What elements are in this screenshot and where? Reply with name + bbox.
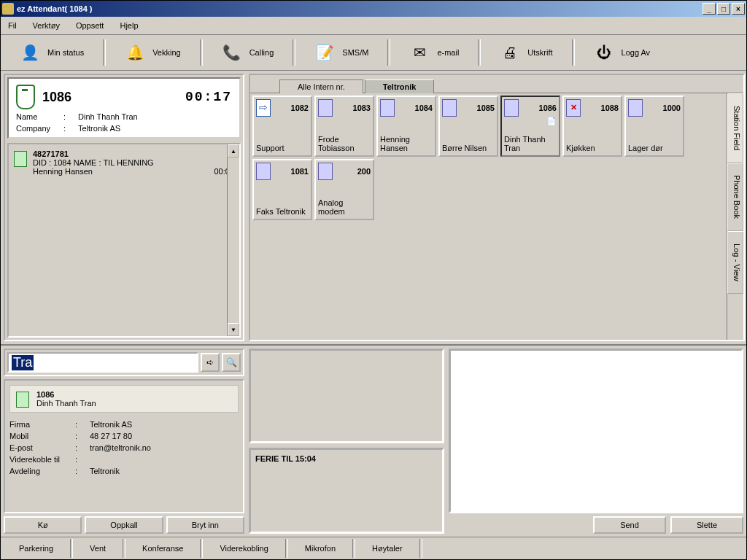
search-input[interactable]: Tra bbox=[7, 352, 198, 373]
ko-button[interactable]: Kø bbox=[4, 516, 82, 534]
tool-logg-av[interactable]: ⏻Logg Av bbox=[578, 38, 667, 67]
station-icon bbox=[442, 99, 457, 117]
main-area: 1086 00:17 Name:Dinh Thanh Tran Company:… bbox=[1, 71, 746, 344]
oppkall-button[interactable]: Oppkall bbox=[85, 516, 163, 534]
active-call-company: Teltronik AS bbox=[78, 124, 120, 133]
go-button[interactable]: ➪ bbox=[201, 353, 220, 372]
close-button[interactable]: × bbox=[732, 3, 745, 15]
station-ext: 1085 bbox=[477, 104, 495, 112]
station-ext: 1088 bbox=[601, 104, 619, 112]
station-icon bbox=[256, 99, 271, 117]
station-panel: Alle Intern nr. Teltronik 1082Support108… bbox=[249, 74, 745, 341]
center-bottom: FERIE TIL 15:04 bbox=[249, 349, 444, 534]
toolbar: 👤Min status 🔔Vekking 📞Calling 📝SMS/M ✉e-… bbox=[1, 35, 746, 71]
station-1081[interactable]: 1081Faks Teltronik bbox=[252, 159, 312, 220]
tool-utskrift[interactable]: 🖨Utskrift bbox=[484, 38, 568, 67]
station-grid: 1082Support1083Frode Tobiasson1084Hennin… bbox=[250, 93, 727, 340]
detail-value: Teltronik AS bbox=[90, 420, 132, 429]
detail-value: 48 27 17 80 bbox=[90, 432, 132, 440]
station-1000[interactable]: 1000Lager dør bbox=[624, 96, 684, 157]
status-vent[interactable]: Vent bbox=[74, 539, 121, 558]
detail-label: Mobil bbox=[9, 432, 75, 440]
detail-box: 1086 Dinh Thanh Tran Firma:Teltronik ASM… bbox=[4, 379, 244, 513]
tab-alle-intern[interactable]: Alle Intern nr. bbox=[279, 79, 363, 93]
station-name: Børre Nilsen bbox=[442, 144, 495, 153]
print-icon: 🖨 bbox=[500, 42, 520, 63]
menu-oppsett[interactable]: Oppsett bbox=[73, 20, 107, 31]
station-ext: 1000 bbox=[663, 104, 681, 112]
email-icon: ✉ bbox=[409, 42, 430, 63]
bell-icon: 🔔 bbox=[125, 42, 145, 63]
status-konferanse[interactable]: Konferanse bbox=[127, 539, 198, 558]
phone-icon bbox=[16, 85, 35, 109]
detail-label: Viderekoble til bbox=[9, 455, 75, 464]
menu-hjelp[interactable]: Hjelp bbox=[117, 20, 141, 31]
station-icon bbox=[380, 99, 395, 117]
left-column: 1086 00:17 Name:Dinh Thanh Tran Company:… bbox=[4, 74, 244, 341]
status-hoytaler[interactable]: Høytaler bbox=[357, 539, 418, 558]
status-viderekobling[interactable]: Viderekobling bbox=[204, 539, 283, 558]
send-button[interactable]: Send bbox=[593, 516, 666, 534]
station-name: Kjøkken bbox=[566, 144, 619, 153]
detail-value: Teltronik bbox=[90, 467, 120, 475]
station-tabs: Alle Intern nr. Teltronik bbox=[250, 75, 743, 93]
titlebar: ez Attendant( 1084 ) _ □ × bbox=[1, 1, 746, 17]
tool-sms[interactable]: 📝SMS/M bbox=[298, 38, 384, 67]
side-tab-station-field[interactable]: Station Field bbox=[727, 93, 743, 163]
search-button[interactable]: 🔍 bbox=[222, 353, 241, 372]
station-icon bbox=[628, 99, 643, 117]
scroll-up-icon[interactable]: ▲ bbox=[228, 144, 239, 158]
side-tab-phone-book[interactable]: Phone Book bbox=[727, 163, 743, 231]
station-icon bbox=[504, 99, 519, 117]
tool-vekking[interactable]: 🔔Vekking bbox=[109, 38, 197, 67]
tool-min-status[interactable]: 👤Min status bbox=[4, 38, 100, 67]
detail-label: E-post bbox=[9, 443, 75, 452]
detail-label: Firma bbox=[9, 420, 75, 429]
station-ext: 1082 bbox=[291, 104, 309, 112]
menu-verktoy[interactable]: Verktøy bbox=[30, 20, 63, 31]
side-tab-log-view[interactable]: Log - View bbox=[727, 231, 743, 294]
status-message: FERIE TIL 15:04 bbox=[255, 454, 316, 463]
station-1088[interactable]: 1088Kjøkken bbox=[562, 96, 622, 157]
menu-fil[interactable]: Fil bbox=[5, 20, 20, 31]
slette-button[interactable]: Slette bbox=[670, 516, 743, 534]
bottom-area: Tra ➪ 🔍 1086 Dinh Thanh Tran Firma:Teltr… bbox=[1, 344, 746, 537]
station-name: Frode Tobiasson bbox=[318, 135, 371, 153]
station-1084[interactable]: 1084Henning Hansen bbox=[376, 96, 436, 157]
station-name: Henning Hansen bbox=[380, 135, 433, 153]
station-name: Faks Teltronik bbox=[256, 207, 309, 217]
station-name: Lager dør bbox=[628, 144, 681, 153]
app-icon bbox=[2, 3, 14, 15]
station-200[interactable]: 200Analog modem bbox=[314, 159, 374, 220]
search-detail-panel: Tra ➪ 🔍 1086 Dinh Thanh Tran Firma:Teltr… bbox=[4, 349, 244, 534]
station-ext: 1086 bbox=[539, 104, 557, 112]
calling-icon: 📞 bbox=[222, 42, 242, 63]
status-message-panel: FERIE TIL 15:04 bbox=[249, 448, 444, 534]
station-ext: 200 bbox=[357, 167, 371, 176]
station-1083[interactable]: 1083Frode Tobiasson bbox=[314, 96, 374, 157]
station-ext: 1084 bbox=[415, 104, 433, 112]
call-list: 48271781 DID : 1084 NAME : TIL HENNING H… bbox=[7, 143, 241, 338]
status-mikrofon[interactable]: Mikrofon bbox=[290, 539, 351, 558]
active-call-name: Dinh Thanh Tran bbox=[78, 112, 138, 121]
minimize-button[interactable]: _ bbox=[703, 3, 716, 15]
bryt-inn-button[interactable]: Bryt inn bbox=[166, 516, 244, 534]
station-icon bbox=[256, 163, 271, 180]
scroll-down-icon[interactable]: ▼ bbox=[228, 323, 239, 336]
maximize-button[interactable]: □ bbox=[717, 3, 730, 15]
active-call-card: 1086 00:17 Name:Dinh Thanh Tran Company:… bbox=[7, 77, 241, 139]
logoff-icon: ⏻ bbox=[594, 42, 614, 63]
info-panel-top bbox=[249, 349, 444, 443]
station-name: Dinh Thanh Tran bbox=[504, 135, 557, 153]
station-ext: 1081 bbox=[291, 167, 309, 176]
station-1085[interactable]: 1085Børre Nilsen bbox=[438, 96, 498, 157]
tab-teltronik[interactable]: Teltronik bbox=[365, 79, 435, 93]
tool-calling[interactable]: 📞Calling bbox=[206, 38, 290, 67]
tool-email[interactable]: ✉e-mail bbox=[393, 38, 475, 67]
station-1082[interactable]: 1082Support bbox=[252, 96, 312, 157]
phone-small-icon bbox=[14, 151, 27, 167]
station-1086[interactable]: 1086📄Dinh Thanh Tran bbox=[500, 96, 560, 157]
call-list-item[interactable]: 48271781 DID : 1084 NAME : TIL HENNING H… bbox=[11, 147, 237, 179]
scrollbar[interactable]: ▲▼ bbox=[227, 144, 239, 336]
status-parkering[interactable]: Parkering bbox=[4, 539, 69, 558]
